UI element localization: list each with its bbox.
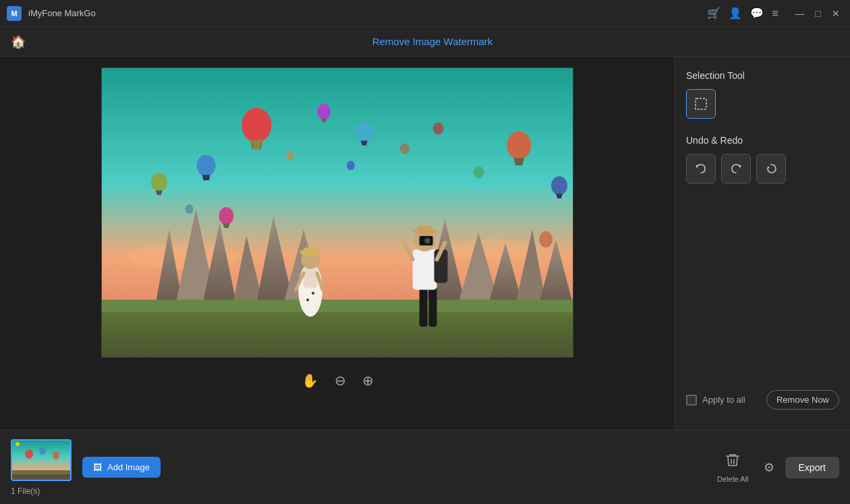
title-bar: M iMyFone MarkGo 🛒 👤 💬 ≡ — □ ✕ bbox=[0, 0, 850, 27]
minimize-button[interactable]: — bbox=[792, 7, 808, 20]
reset-button[interactable] bbox=[756, 154, 786, 184]
window-controls: — □ ✕ bbox=[792, 7, 843, 20]
apply-all-checkbox[interactable] bbox=[686, 395, 697, 405]
undo-redo-group bbox=[686, 154, 839, 184]
watermark-text: iMyFone bbox=[293, 94, 350, 111]
cart-icon[interactable]: 🛒 bbox=[707, 7, 720, 20]
svg-marker-11 bbox=[488, 243, 522, 304]
top-bar: 🏠 Remove Image Watermark bbox=[0, 27, 850, 57]
rect-select-icon bbox=[694, 97, 708, 111]
pan-tool-button[interactable]: ✋ bbox=[299, 370, 321, 391]
main-content: iMyFone 🙂 bbox=[0, 57, 850, 430]
export-button[interactable]: Export bbox=[785, 457, 839, 478]
svg-point-16 bbox=[298, 263, 322, 317]
svg-marker-8 bbox=[283, 229, 324, 303]
svg-line-35 bbox=[437, 243, 445, 260]
chat-icon[interactable]: 💬 bbox=[750, 7, 764, 20]
undo-button[interactable] bbox=[686, 154, 716, 184]
svg-line-34 bbox=[405, 243, 413, 260]
file-count: 1 File(s) bbox=[11, 486, 72, 496]
svg-point-32 bbox=[413, 228, 437, 235]
redo-button[interactable] bbox=[721, 154, 751, 184]
svg-point-45 bbox=[151, 173, 167, 192]
svg-point-52 bbox=[400, 143, 409, 154]
delete-all-button[interactable]: Delete All bbox=[717, 452, 748, 483]
svg-line-26 bbox=[317, 273, 322, 290]
page-title: Remove Image Watermark bbox=[26, 36, 839, 47]
svg-point-37 bbox=[424, 237, 431, 244]
selection-rect-button[interactable] bbox=[686, 89, 716, 119]
apply-all-check: Apply to all bbox=[686, 395, 745, 405]
svg-rect-36 bbox=[420, 236, 433, 246]
svg-point-54 bbox=[473, 166, 484, 178]
zoom-out-button[interactable]: ⊖ bbox=[332, 370, 349, 391]
undo-redo-title: Undo & Redo bbox=[686, 135, 839, 146]
svg-rect-29 bbox=[413, 250, 437, 290]
watermark-overlay: iMyFone 🙂 bbox=[285, 88, 389, 116]
svg-point-17 bbox=[304, 282, 306, 285]
apply-all-row: Apply to all Remove Now bbox=[686, 390, 839, 410]
svg-rect-15 bbox=[102, 300, 573, 312]
trash-svg bbox=[725, 452, 741, 468]
svg-rect-28 bbox=[429, 286, 437, 327]
apply-all-label: Apply to all bbox=[702, 395, 745, 405]
logo-text: M bbox=[11, 9, 17, 18]
canvas-area: iMyFone 🙂 bbox=[0, 57, 675, 430]
svg-rect-59 bbox=[696, 99, 706, 109]
delete-all-label: Delete All bbox=[717, 475, 748, 483]
svg-point-2 bbox=[445, 240, 540, 260]
add-image-button[interactable]: 🖼 Add Image bbox=[82, 457, 161, 478]
svg-line-25 bbox=[295, 273, 304, 290]
image-toolbar: ✋ ⊖ ⊕ bbox=[291, 366, 385, 395]
title-icons: 🛒 👤 💬 ≡ bbox=[707, 7, 778, 20]
svg-point-1 bbox=[129, 243, 237, 270]
svg-point-58 bbox=[539, 231, 552, 248]
zoom-in-button[interactable]: ⊕ bbox=[360, 370, 376, 391]
svg-marker-7 bbox=[256, 216, 293, 303]
svg-rect-33 bbox=[418, 226, 432, 235]
settings-button[interactable]: ⚙ bbox=[760, 456, 778, 479]
reset-icon bbox=[764, 162, 778, 175]
maximize-button[interactable]: □ bbox=[812, 7, 824, 20]
svg-marker-10 bbox=[458, 233, 499, 304]
image-container: iMyFone 🙂 bbox=[101, 67, 573, 358]
svg-rect-62 bbox=[12, 470, 72, 474]
app-logo: M bbox=[7, 6, 22, 21]
trash-icon bbox=[725, 452, 741, 472]
svg-point-18 bbox=[312, 291, 314, 294]
svg-rect-30 bbox=[434, 250, 448, 283]
svg-rect-27 bbox=[420, 286, 428, 327]
svg-marker-9 bbox=[425, 219, 465, 303]
user-icon[interactable]: 👤 bbox=[729, 7, 742, 20]
add-image-icon: 🖼 bbox=[93, 462, 102, 472]
remove-now-button[interactable]: Remove Now bbox=[766, 390, 839, 410]
right-panel: Selection Tool Undo & Redo bbox=[675, 57, 850, 430]
menu-icon[interactable]: ≡ bbox=[772, 7, 778, 20]
svg-point-66 bbox=[16, 442, 20, 446]
svg-marker-13 bbox=[539, 240, 573, 304]
svg-point-53 bbox=[186, 204, 194, 214]
svg-point-22 bbox=[301, 250, 320, 269]
svg-point-47 bbox=[551, 176, 567, 195]
svg-marker-12 bbox=[515, 229, 546, 303]
selection-tool-title: Selection Tool bbox=[686, 70, 839, 81]
svg-point-23 bbox=[300, 249, 321, 256]
svg-marker-6 bbox=[233, 236, 263, 304]
app-title: iMyFone MarkGo bbox=[28, 8, 700, 18]
svg-marker-5 bbox=[203, 223, 237, 303]
svg-rect-21 bbox=[304, 267, 317, 288]
panel-spacer bbox=[686, 197, 839, 390]
redo-icon bbox=[729, 162, 743, 175]
svg-point-46 bbox=[507, 132, 531, 160]
bottom-bar: 1 File(s) 🖼 Add Image Delete All ⚙ Expor… bbox=[0, 430, 850, 504]
bottom-right-actions: ⚙ Export bbox=[760, 456, 839, 479]
image-thumbnail[interactable] bbox=[11, 439, 72, 481]
close-button[interactable]: ✕ bbox=[828, 7, 843, 20]
svg-point-51 bbox=[219, 207, 234, 225]
svg-point-38 bbox=[426, 239, 430, 243]
svg-point-64 bbox=[39, 447, 46, 455]
svg-rect-14 bbox=[102, 300, 573, 357]
svg-point-57 bbox=[347, 161, 355, 170]
home-button[interactable]: 🏠 bbox=[11, 34, 26, 49]
svg-marker-3 bbox=[156, 229, 183, 303]
